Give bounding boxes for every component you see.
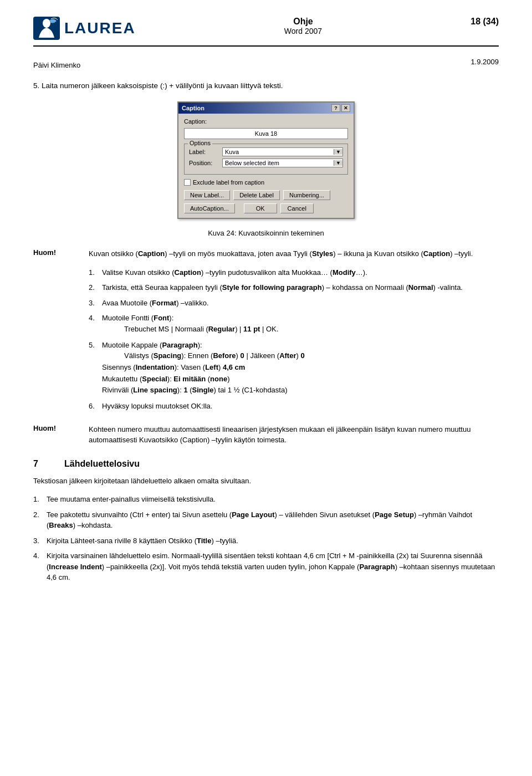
page-info: 18 (34) [470, 17, 499, 27]
steps-left-col [33, 267, 89, 416]
logo: LAUREA [33, 17, 136, 40]
dialog-close-button[interactable]: ✕ [341, 104, 350, 112]
section7-intro: Tekstiosan jälkeen kirjoitetaan lähdelue… [33, 476, 499, 487]
section7-step-2: 2. Tee pakotettu sivunvaihto (Ctrl + ent… [33, 509, 499, 531]
section7-num: 7 [33, 459, 55, 469]
position-row: Position: Below selected item ▼ [189, 159, 343, 167]
numbering-button[interactable]: Numbering... [283, 190, 330, 200]
dialog-btn-row2: AutoCaption... OK Cancel [184, 203, 348, 213]
section7-step-3: 3. Kirjoita Lähteet-sana riville 8 käytt… [33, 535, 499, 547]
exclude-label-checkbox[interactable] [184, 179, 191, 186]
section-intro-text: 5. Laita numeron jälkeen kaksoispiste (:… [33, 80, 499, 91]
dialog-screenshot-container: Caption ? ✕ Caption: Kuva 18 [33, 101, 499, 219]
section7-step-1: 1. Tee muutama enter-painallus viimeisel… [33, 494, 499, 505]
steps-section: 1. Valitse Kuvan otsikko (Caption) –tyyl… [33, 267, 499, 416]
options-group-title: Options [188, 140, 212, 146]
steps-right-col: 1. Valitse Kuvan otsikko (Caption) –tyyl… [89, 267, 499, 416]
step-4: 4. Muotoile Fontti (Font): Trebuchet MS … [89, 313, 499, 335]
section7-step-4: 4. Kirjoita varsinainen lähdeluettelo es… [33, 550, 499, 583]
logo-text: LAUREA [64, 19, 136, 37]
dialog-help-button[interactable]: ? [331, 104, 340, 112]
caption-dialog: Caption ? ✕ Caption: Kuva 18 [177, 101, 355, 219]
dialog-body: Caption: Kuva 18 Options Label: Kuva [178, 114, 354, 218]
caption-field-row: Caption: [184, 118, 348, 125]
label-select-arrow: ▼ [334, 149, 342, 155]
label-row: Label: Kuva ▼ [189, 147, 343, 156]
section7-header: 7 Lähdeluettelosivu [33, 459, 499, 469]
position-select-value: Below selected item [225, 160, 279, 166]
step-6: 6. Hyväksy lopuksi muutokset OK:lla. [89, 401, 499, 412]
doc-date: 1.9.2009 [470, 58, 499, 69]
svg-point-1 [43, 19, 50, 28]
note2-label: Huom! [33, 424, 89, 446]
checkbox-label: Exclude label from caption [193, 179, 264, 186]
label-field-label: Label: [189, 149, 222, 155]
caption-label: Caption: [184, 118, 217, 125]
position-field-label: Position: [189, 160, 222, 166]
section7-title: Lähdeluettelosivu [64, 459, 140, 469]
figure-caption-text: Kuva 24: Kuvaotsikoinnin tekeminen [33, 229, 499, 237]
new-label-button[interactable]: New Label... [184, 190, 230, 200]
step-5-sub: Välistys (Spacing): Ennen (Before) 0 | J… [102, 351, 305, 394]
dialog-titlebar-buttons: ? ✕ [331, 104, 350, 112]
steps-list: 1. Valitse Kuvan otsikko (Caption) –tyyl… [89, 267, 499, 412]
note1-text: Kuvan otsikko (Caption) –tyyli on myös m… [89, 248, 499, 259]
cancel-button[interactable]: Cancel [280, 203, 314, 213]
delete-label-button[interactable]: Delete Label [233, 190, 280, 200]
note2-text: Kohteen numero muuttuu automaattisesti l… [89, 424, 499, 446]
step-5: 5. Muotoile Kappale (Paragraph): Välisty… [89, 340, 499, 397]
step-2: 2. Tarkista, että Seuraa kappaleen tyyli… [89, 282, 499, 293]
note1-box: Huom! Kuvan otsikko (Caption) –tyyli on … [33, 248, 499, 259]
label-select[interactable]: Kuva ▼ [222, 147, 343, 156]
dialog-btn-row1: New Label... Delete Label Numbering... [184, 190, 348, 200]
dialog-title: Caption [182, 105, 204, 111]
position-select[interactable]: Below selected item ▼ [222, 159, 343, 167]
caption-input[interactable]: Kuva 18 [184, 128, 348, 139]
header-right: 18 (34) [470, 17, 499, 27]
options-group: Options Label: Kuva ▼ Position: [184, 144, 348, 175]
page-header: LAUREA Ohje Word 2007 18 (34) [33, 17, 499, 47]
step-1: 1. Valitse Kuvan otsikko (Caption) –tyyl… [89, 267, 499, 278]
main-content: 5. Laita numeron jälkeen kaksoispiste (:… [33, 80, 499, 583]
doc-sub: Word 2007 [284, 27, 322, 35]
section7-steps: 1. Tee muutama enter-painallus viimeisel… [33, 494, 499, 583]
step-3: 3. Avaa Muotoile (Format) –valikko. [89, 298, 499, 309]
ok-button[interactable]: OK [244, 203, 277, 213]
dialog-titlebar: Caption ? ✕ [178, 103, 354, 114]
position-select-arrow: ▼ [334, 160, 342, 166]
doc-type: Ohje [284, 17, 322, 27]
author-name: Päivi Klimenko [33, 61, 80, 69]
label-select-value: Kuva [225, 149, 239, 155]
autocaption-button[interactable]: AutoCaption... [184, 203, 235, 213]
note2-box: Huom! Kohteen numero muuttuu automaattis… [33, 424, 499, 446]
laurea-logo-icon [33, 17, 60, 40]
header-left: LAUREA [33, 17, 136, 40]
checkbox-row: Exclude label from caption [184, 179, 348, 186]
header-center: Ohje Word 2007 [284, 17, 322, 35]
step-4-sub: Trebuchet MS | Normaali (Regular) | 11 p… [124, 325, 278, 333]
note1-label: Huom! [33, 248, 89, 259]
